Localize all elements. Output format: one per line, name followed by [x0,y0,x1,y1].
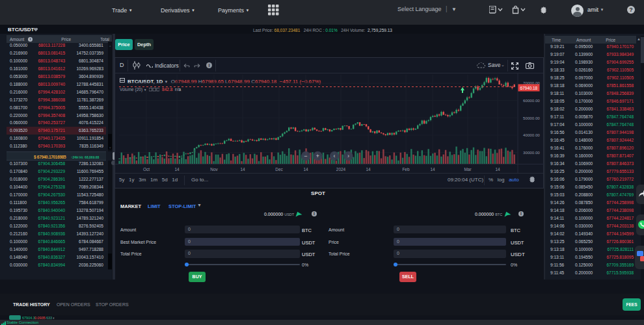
svg-text:Nov: Nov [210,167,218,172]
svg-text:40000.00: 40000.00 [523,133,540,137]
svg-text:30000.00: 30000.00 [523,150,540,155]
svg-text:+: + [316,153,319,159]
svg-text:‹: ‹ [334,153,336,159]
svg-text:67940.18: 67940.18 [520,86,538,90]
svg-text:50000.00: 50000.00 [523,116,540,120]
svg-text:−: − [304,153,307,159]
svg-text:Oct: Oct [143,167,150,172]
svg-text:Mar: Mar [464,167,472,172]
svg-text:14: 14 [430,167,435,172]
svg-text:14: 14 [495,167,500,172]
svg-text:Dec: Dec [275,167,283,172]
svg-text:Feb: Feb [402,167,410,172]
svg-text:›: › [347,153,349,159]
svg-text:14: 14 [174,167,180,172]
svg-text:60000.00: 60000.00 [523,98,540,103]
svg-text:14: 14 [240,167,245,172]
svg-text:2024: 2024 [336,167,346,172]
svg-text:14: 14 [303,167,308,172]
svg-text:14: 14 [366,167,371,172]
